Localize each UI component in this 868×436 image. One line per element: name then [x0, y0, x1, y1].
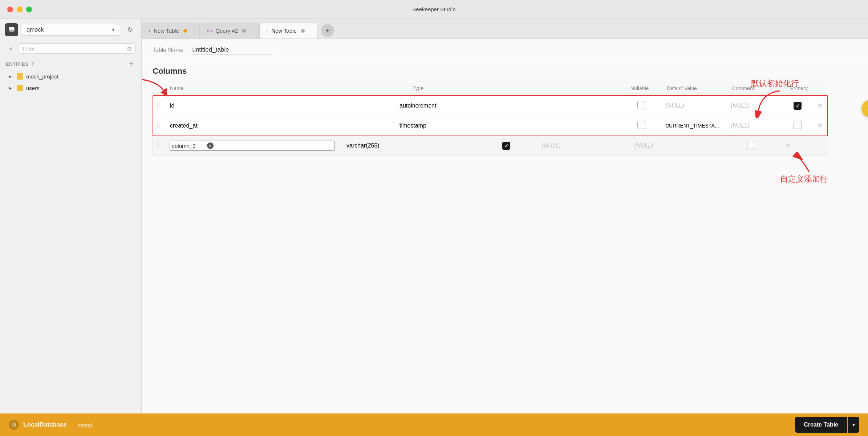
drag-handle-icon: ⠿ — [156, 143, 160, 149]
bottom-right-actions: Create Table ▾ — [795, 417, 859, 433]
table-icon — [17, 85, 23, 91]
chevron-down-icon: ▼ — [111, 27, 115, 32]
nullable-checkbox[interactable] — [637, 101, 645, 109]
row-comment-cell: (NULL) — [725, 96, 783, 116]
db-icon — [5, 23, 18, 36]
col-nullable-header: Nullable — [625, 82, 661, 95]
minimize-button[interactable] — [17, 7, 23, 12]
col-default-header: Default Value — [661, 82, 726, 95]
row-type: varchar(255) — [346, 142, 380, 149]
tab-dot — [301, 29, 305, 33]
filter-placeholder: Filter — [23, 45, 35, 52]
tab-dot — [242, 29, 246, 33]
sidebar-nav-row: < Filter ⊞ — [0, 41, 141, 56]
row-id: ⠿ id autoincrement — [153, 96, 827, 116]
tab-new-table-2[interactable]: + New Table — [259, 23, 317, 39]
bottom-db-name: LocalDatabase — [23, 421, 67, 428]
new-tab-button[interactable]: + — [321, 24, 334, 37]
row-delete-cell[interactable]: ✕ — [812, 96, 827, 116]
columns-section: Columns Name Type Nullable Default Value — [142, 59, 868, 413]
row-default-cell: CURRENT_TIMESTA... — [660, 116, 725, 136]
tab-label: New Table — [154, 28, 179, 34]
annotation-custom-row: 自定义添加行 — [780, 152, 828, 185]
add-entity-button[interactable]: + — [127, 60, 135, 68]
primary-checkbox[interactable] — [794, 121, 802, 129]
row-type-cell: timestamp — [394, 116, 623, 136]
collapse-sidebar-icon[interactable]: < — [6, 44, 16, 54]
row-nullable-cell[interactable] — [623, 116, 660, 136]
add-column-button[interactable]: + — [861, 100, 868, 117]
titlebar: Beekeeper Studio — [0, 0, 868, 19]
comment-value: (NULL) — [634, 142, 653, 149]
expand-icon: ▶ — [9, 86, 14, 90]
row-id-table: ⠿ id autoincrement — [153, 96, 827, 136]
app-title: Beekeeper Studio — [412, 6, 455, 12]
table-icon — [17, 73, 23, 80]
db-selector[interactable]: qmock ▼ — [22, 24, 120, 36]
row-delete-cell[interactable]: ✕ — [812, 116, 827, 136]
default-rows-wrapper: ⠿ id autoincrement — [153, 95, 828, 136]
table-name-label: Table Name — [153, 47, 183, 53]
tabs-bar: + New Table <> Query #2 + New Table + — [142, 19, 868, 39]
col-handle-header — [153, 82, 164, 95]
row-nullable-cell[interactable] — [623, 96, 660, 116]
row-created-at: ⠿ created_at timestamp — [153, 116, 827, 136]
delete-row-button[interactable]: ✕ — [784, 141, 793, 150]
row-name-cell[interactable]: ✕ — [164, 136, 341, 156]
columns-table: Name Type Nullable Default Value Comment… — [153, 82, 828, 95]
row-column-3: ⠿ ✕ varchar(255) — [153, 136, 828, 156]
row-primary-cell[interactable] — [783, 96, 812, 116]
row-nullable-cell[interactable] — [476, 136, 536, 156]
comment-value: (NULL) — [731, 122, 750, 129]
sidebar-item-mock-project[interactable]: ▶ mock_project — [0, 70, 141, 82]
drag-handle-icon: ⠿ — [156, 103, 161, 109]
refresh-button[interactable]: ↻ — [124, 24, 136, 36]
tab-plus-icon: + — [148, 28, 151, 34]
columns-heading: Columns — [153, 66, 857, 76]
row-name: id — [170, 102, 174, 109]
tab-query-2[interactable]: <> Query #2 — [200, 23, 259, 39]
row-default-cell: (NULL) — [536, 136, 629, 156]
row-type-cell: autoincrement — [394, 96, 623, 116]
column-name-editable[interactable]: ✕ — [170, 141, 335, 151]
tab-query-icon: <> — [207, 28, 212, 34]
row-delete-cell[interactable]: ✕ — [781, 136, 828, 156]
col-name-header: Name — [164, 82, 407, 95]
bottom-db-type: mysql — [78, 422, 92, 428]
column-name-input[interactable] — [172, 143, 205, 149]
close-button[interactable] — [7, 7, 13, 12]
sidebar: qmock ▼ ↻ < Filter ⊞ ENTITIES 2 + ▶ mock… — [0, 19, 142, 413]
clear-column-name-button[interactable]: ✕ — [207, 142, 214, 149]
tab-label: Query #2 — [215, 28, 238, 34]
col-primary-header: Primary — [784, 82, 814, 95]
row-comment-cell: (NULL) — [725, 116, 783, 136]
delete-row-button[interactable]: ✕ — [815, 121, 824, 130]
row-primary-cell[interactable] — [783, 116, 812, 136]
row-type: timestamp — [399, 122, 426, 129]
row-type: autoincrement — [399, 102, 436, 109]
create-table-dropdown-button[interactable]: ▾ — [848, 417, 859, 433]
row-handle: ⠿ — [153, 136, 164, 156]
table-name-input[interactable] — [191, 45, 271, 54]
entities-count: 2 — [32, 61, 34, 66]
nullable-checkbox[interactable] — [637, 121, 645, 129]
row-comment-cell: (NULL) — [629, 136, 721, 156]
primary-checkbox[interactable] — [747, 141, 755, 149]
tab-new-table-1[interactable]: + New Table — [142, 23, 200, 39]
row-handle: ⠿ — [153, 96, 164, 116]
drag-handle-icon: ⠿ — [156, 123, 161, 129]
nullable-checkbox[interactable] — [502, 142, 510, 150]
sidebar-item-users[interactable]: ▶ users — [0, 82, 141, 94]
window-controls — [7, 7, 32, 12]
filter-box[interactable]: Filter ⊞ — [19, 43, 135, 54]
entities-label: ENTITIES — [6, 61, 29, 67]
tab-plus-icon: + — [265, 28, 268, 34]
row-handle: ⠿ — [153, 116, 164, 136]
maximize-button[interactable] — [26, 7, 32, 12]
row-primary-cell[interactable] — [721, 136, 781, 156]
delete-row-button[interactable]: ✕ — [815, 101, 824, 110]
entities-section-header: ENTITIES 2 + — [0, 56, 141, 70]
primary-checkbox[interactable] — [794, 102, 802, 110]
create-table-button[interactable]: Create Table — [795, 417, 847, 433]
col-comment-header: Comment — [726, 82, 784, 95]
